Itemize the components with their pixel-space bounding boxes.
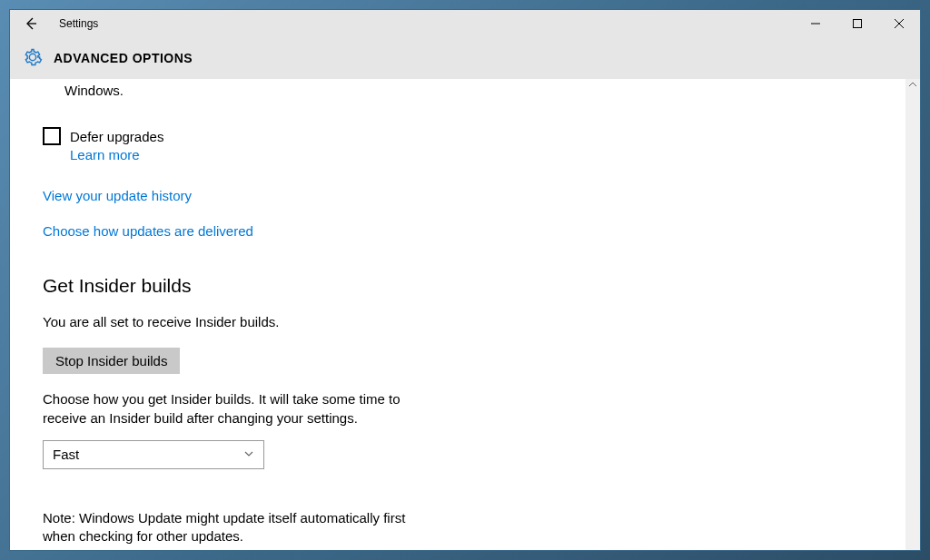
window-controls (795, 10, 920, 37)
back-arrow-icon (24, 16, 38, 31)
vertical-scrollbar[interactable] (905, 79, 920, 550)
content-area: Windows. Defer upgrades Learn more View … (10, 79, 905, 550)
insider-heading: Get Insider builds (43, 275, 873, 297)
defer-upgrades-checkbox[interactable] (43, 127, 61, 145)
learn-more-link[interactable]: Learn more (70, 147, 140, 162)
close-icon (895, 19, 904, 28)
view-update-history-link[interactable]: View your update history (43, 188, 192, 203)
stop-insider-button[interactable]: Stop Insider builds (43, 348, 180, 374)
insider-ring-dropdown[interactable]: Fast (43, 440, 264, 469)
settings-window: Settings ADVANCED OPTIONS Windows. Defer… (9, 9, 921, 551)
close-button[interactable] (878, 10, 920, 37)
minimize-button[interactable] (795, 10, 836, 37)
insider-status-text: You are all set to receive Insider build… (43, 313, 406, 331)
update-note-text: Note: Windows Update might update itself… (43, 509, 406, 546)
app-title: Settings (59, 17, 98, 30)
maximize-icon (853, 19, 862, 28)
maximize-button[interactable] (836, 10, 878, 37)
defer-upgrades-label: Defer upgrades (70, 129, 163, 144)
gear-icon (23, 47, 43, 70)
page-header: ADVANCED OPTIONS (10, 37, 920, 79)
minimize-icon (811, 19, 820, 28)
titlebar: Settings (10, 10, 920, 37)
insider-choose-text: Choose how you get Insider builds. It wi… (43, 390, 406, 427)
content-wrap: Windows. Defer upgrades Learn more View … (10, 79, 920, 550)
choose-delivery-link[interactable]: Choose how updates are delivered (43, 223, 253, 239)
insider-ring-selected: Fast (53, 447, 79, 462)
page-title: ADVANCED OPTIONS (54, 51, 193, 65)
back-button[interactable] (17, 10, 45, 37)
chevron-down-icon (243, 447, 254, 462)
defer-upgrades-row: Defer upgrades (43, 127, 873, 145)
truncated-text: Windows. (64, 83, 873, 98)
svg-rect-0 (854, 20, 862, 28)
scroll-up-icon (907, 79, 918, 92)
